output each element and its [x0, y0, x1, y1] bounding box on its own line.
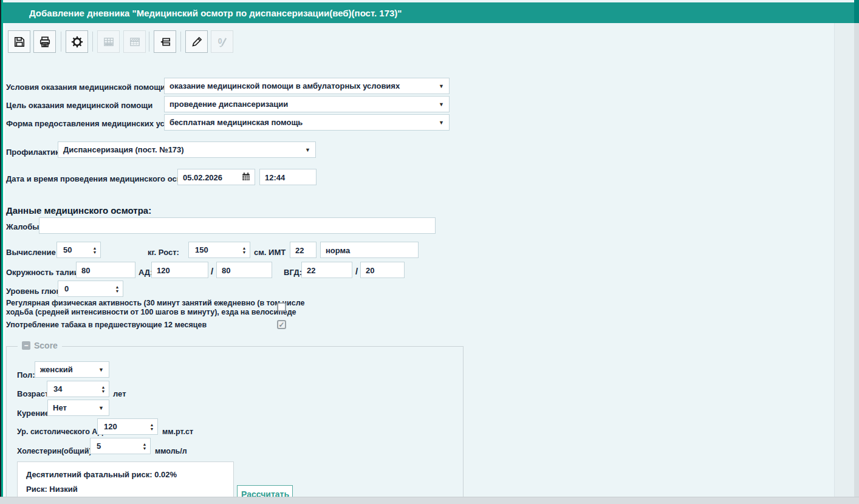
risk-line-fatal: Десятилетний фатальный риск: 0.02% [26, 468, 225, 482]
spin-down-icon[interactable]: ▼ [242, 250, 247, 254]
spin-down-icon[interactable]: ▼ [101, 389, 106, 393]
score-legend-label: Score [34, 341, 58, 350]
weight-input[interactable] [57, 242, 89, 257]
calculate-button[interactable]: Рассчитать [237, 485, 293, 497]
save-button[interactable] [8, 30, 30, 53]
check-icon: ✓ [278, 321, 284, 329]
table-hatched-icon [129, 36, 141, 48]
age-stepper[interactable]: ▲▼ [47, 381, 109, 397]
height-input[interactable] [189, 242, 239, 257]
chevron-down-icon: ▼ [439, 83, 444, 89]
settings-icon [71, 36, 83, 48]
section-header: Данные медицинского осмотра: [6, 205, 151, 216]
spin-down-icon[interactable]: ▼ [93, 250, 97, 254]
field-label: Условия оказания медицинской помощи [6, 83, 165, 92]
svg-text:0: 0 [217, 37, 222, 46]
cholesterol-stepper[interactable]: ▲▼ [90, 438, 151, 454]
systolic-label: Ур. систолического АД: [17, 427, 106, 436]
spin-up-icon[interactable]: ▲ [242, 246, 247, 250]
toolbar-separator [180, 32, 181, 52]
risk-result-box: Десятилетний фатальный риск: 0.02% Риск:… [17, 461, 234, 497]
chevron-down-icon: ▼ [439, 120, 444, 126]
select-value: проведение диспансеризации [169, 100, 288, 109]
time-input[interactable] [259, 169, 317, 185]
settings-button[interactable] [66, 30, 88, 53]
select-value: бесплатная медицинская помощь [169, 118, 303, 127]
chevron-down-icon: ▼ [98, 405, 104, 411]
toolbar-separator [149, 32, 149, 52]
spin-up-icon[interactable]: ▲ [101, 385, 106, 389]
activity-label-line2: ходьба (средней интенсивности от 100 шаг… [6, 308, 296, 316]
smoking-select[interactable]: Нет ▼ [47, 400, 109, 416]
glucose-input[interactable] [58, 281, 112, 296]
select-value: Диспансеризация (пост. №173) [63, 145, 184, 154]
bottom-strip [0, 497, 859, 504]
care-conditions-select[interactable]: оказание медицинской помощи в амбулаторн… [164, 78, 450, 94]
gender-label: Пол: [17, 370, 35, 380]
iop-right-input[interactable] [301, 262, 352, 278]
spin-up-icon[interactable]: ▲ [93, 246, 97, 250]
cholesterol-label: Холестерин(общий): [17, 447, 94, 455]
slash-separator: / [211, 266, 213, 276]
page-setup-icon [159, 36, 171, 48]
bmi-input[interactable] [290, 242, 317, 258]
field-label: Форма предоставления медицинских услуг [6, 119, 177, 128]
slash-separator: / [355, 266, 358, 276]
spin-up-icon[interactable]: ▲ [115, 285, 120, 289]
bmi-text-input[interactable] [320, 242, 419, 258]
systolic-stepper[interactable]: ▲▼ [97, 418, 158, 435]
care-goal-select[interactable]: проведение диспансеризации ▼ [164, 96, 450, 112]
print-button[interactable] [33, 30, 56, 53]
gender-select[interactable]: женский ▼ [35, 361, 109, 378]
spin-down-icon[interactable]: ▼ [143, 446, 147, 451]
age-input[interactable] [47, 381, 98, 397]
complaints-label: Жалобы [6, 222, 39, 231]
prophylaxis-select[interactable]: Диспансеризация (пост. №173) ▼ [58, 141, 316, 158]
weight-stepper[interactable]: ▲▼ [56, 242, 101, 258]
smoking-label: Курение: [17, 409, 52, 418]
iop-left-input[interactable] [360, 262, 405, 278]
window-accent-border [1, 0, 3, 497]
screen: Добавление дневника "Медицинский осмотр … [0, 0, 859, 504]
activity-label-line1: Регулярная физическая активность (30 мин… [6, 299, 304, 307]
risk-line-level: Риск: Низкий [26, 482, 225, 497]
window-inner-border [3, 23, 5, 497]
table-hatched-button [123, 30, 146, 53]
page-setup-button[interactable] [154, 30, 176, 53]
attachment-icon: 0 [216, 36, 228, 48]
cholesterol-input[interactable] [91, 438, 139, 454]
glucose-stepper[interactable]: ▲▼ [58, 281, 123, 297]
select-value: женский [40, 365, 73, 374]
waist-label: Окружность талии: [6, 268, 81, 277]
scrollbar-track[interactable] [834, 23, 854, 497]
bp-systolic-input[interactable] [151, 262, 208, 278]
bmi-value-label: см. ИМТ [254, 248, 286, 257]
service-form-select[interactable]: бесплатная медицинская помощь ▼ [164, 114, 450, 131]
spin-down-icon[interactable]: ▼ [115, 289, 120, 293]
collapse-icon[interactable]: − [22, 341, 30, 350]
select-value: оказание медицинской помощи в амбулаторн… [169, 81, 400, 90]
bp-label: АД: [139, 268, 152, 277]
field-label: Цель оказания медицинской помощи [6, 101, 152, 110]
bmi-height-label: кг. Рост: [148, 248, 179, 257]
edit-button[interactable] [185, 30, 208, 53]
spin-down-icon[interactable]: ▼ [150, 427, 154, 431]
systolic-input[interactable] [98, 419, 146, 434]
chevron-down-icon: ▼ [305, 147, 310, 153]
toolbar-separator [61, 32, 61, 52]
height-stepper[interactable]: ▲▼ [188, 242, 250, 258]
tobacco-label: Употребление табака в предшествующие 12 … [6, 321, 207, 329]
calendar-icon[interactable] [241, 172, 251, 184]
waist-input[interactable] [76, 262, 135, 278]
bp-diastolic-input[interactable] [216, 262, 272, 278]
iop-label: ВГД: [284, 268, 302, 277]
prophylaxis-label: Профилактика [6, 148, 64, 157]
spin-up-icon[interactable]: ▲ [143, 442, 147, 446]
complaints-input[interactable] [39, 217, 436, 234]
table-button [97, 30, 120, 53]
attachment-button: 0 [211, 30, 233, 53]
toolbar-separator [92, 32, 93, 52]
spin-up-icon[interactable]: ▲ [150, 423, 154, 427]
age-unit: лет [113, 389, 126, 398]
activity-checkbox[interactable] [277, 302, 286, 312]
